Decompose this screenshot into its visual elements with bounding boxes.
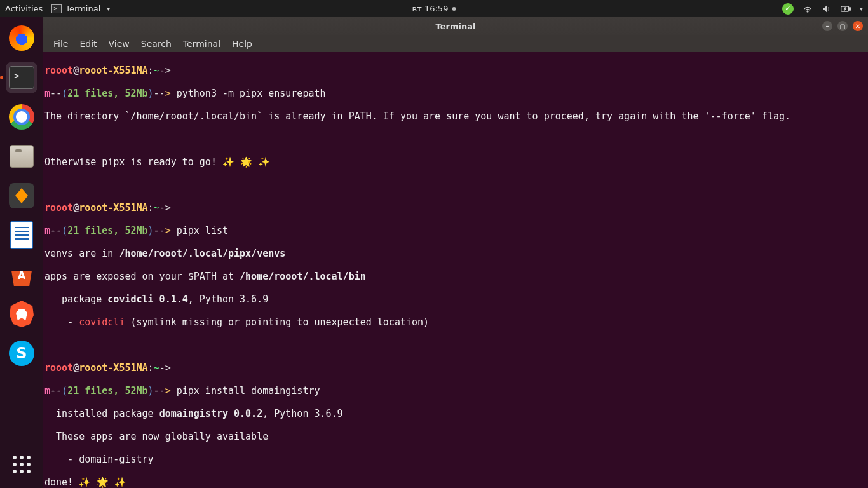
prompt-dir: ~ [154,65,159,76]
launcher-item-chrome[interactable] [6,101,37,133]
command-3: pipx install domaingistry [177,385,320,396]
maximize-button[interactable]: ▢ [837,21,848,31]
launcher-item-files[interactable] [6,140,37,172]
menu-file[interactable]: File [48,37,73,51]
missing-symlink: covidcli [79,316,125,328]
output-line: - domain-gistry [44,454,867,465]
prompt-user: rooot [44,65,73,76]
launcher-item-sublime[interactable] [6,180,37,212]
launcher-item-brave[interactable] [6,298,37,330]
menu-terminal[interactable]: Terminal [178,37,226,51]
app-menu[interactable]: >_ Terminal ▾ [51,4,110,13]
launcher-item-terminal[interactable] [6,62,37,93]
prompt-info: 21 files, 52Mb [67,88,147,99]
wifi-icon[interactable] [803,4,813,14]
apps-path: /home/rooot/.local/bin [240,271,366,282]
update-ready-icon[interactable]: ✓ [782,3,794,15]
top-panel: Activities >_ Terminal ▾ вт 16:59 ✓ ▾ [0,0,868,17]
prompt-host: rooot-X551MA [79,65,147,76]
notification-dot-icon [452,7,456,11]
menu-view[interactable]: View [104,37,135,51]
software-center-icon [9,263,34,286]
launcher-item-software[interactable] [6,259,37,290]
command-1: python3 -m pipx ensurepath [177,88,326,99]
files-icon [10,145,34,168]
terminal-icon [9,66,34,89]
show-applications-button[interactable] [6,449,37,480]
launcher-item-skype[interactable]: S [6,337,37,369]
clock[interactable]: вт 16:59 [412,4,456,13]
output-line: The directory `/home/rooot/.local/bin` i… [44,111,867,122]
sublime-icon [9,183,34,208]
activities-button[interactable]: Activities [5,4,43,13]
menu-search[interactable]: Search [136,37,177,51]
app-menu-label: Terminal [65,4,100,13]
titlebar[interactable]: Terminal – ▢ ✕ [43,17,868,35]
command-2: pipx list [177,225,228,236]
launcher-dock: S [0,17,43,488]
close-button[interactable]: ✕ [853,21,863,31]
window-title: Terminal [436,22,476,31]
launcher-item-firefox[interactable] [6,22,37,54]
output-line: These apps are now globally available [44,431,867,442]
venvs-path: /home/rooot/.local/pipx/venvs [119,248,285,259]
terminal-icon: >_ [51,4,62,13]
terminal-window: Terminal – ▢ ✕ File Edit View Search Ter… [43,17,868,488]
system-menu-icon[interactable]: ▾ [860,5,863,12]
clock-label: вт 16:59 [412,4,449,13]
skype-icon: S [9,341,34,366]
volume-icon[interactable] [822,4,832,14]
chevron-down-icon: ▾ [107,5,110,12]
battery-icon[interactable] [841,4,851,14]
output-line: done! ✨ 🌟 ✨ [44,477,867,488]
launcher-item-writer[interactable] [6,219,37,251]
chrome-icon [9,104,34,130]
svg-point-0 [807,11,808,12]
writer-icon [10,221,33,249]
brave-icon [10,301,34,327]
minimize-button[interactable]: – [822,21,832,31]
menubar: File Edit View Search Terminal Help [43,35,868,52]
pkg-covidcli: covidcli 0.1.4 [107,294,187,305]
menu-help[interactable]: Help [227,37,257,51]
firefox-icon [9,25,34,51]
menu-edit[interactable]: Edit [74,37,102,51]
output-line: Otherwise pipx is ready to go! ✨ 🌟 ✨ [44,156,867,168]
pkg-domaingistry: domaingistry 0.0.2 [159,408,263,419]
svg-rect-2 [849,8,850,10]
terminal-output[interactable]: rooot@rooot-X551MA:~-> m--(21 files, 52M… [43,52,868,488]
